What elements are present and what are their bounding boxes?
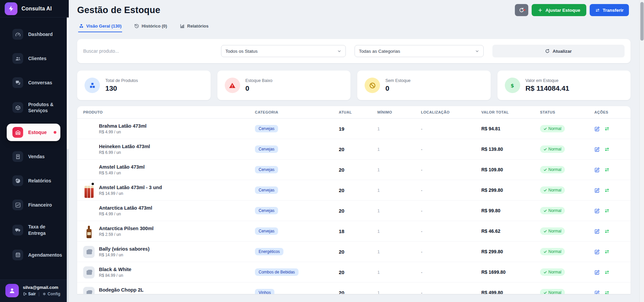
- tab[interactable]: Visão Geral (130): [78, 21, 122, 32]
- sidebar-nav: Dashboard Clientes Conversas: [0, 17, 69, 279]
- sidebar-item[interactable]: Clientes: [7, 50, 60, 67]
- edit-icon: [594, 126, 600, 132]
- total-value: R$ 94.81: [481, 126, 540, 131]
- product-price: R$ 6.99 / un: [99, 150, 150, 155]
- total-value: R$ 299.80: [481, 249, 540, 254]
- stat-card: Total de Produtos 130: [77, 71, 211, 100]
- page-scrollbar[interactable]: [639, 0, 644, 302]
- edit-button[interactable]: [594, 269, 600, 275]
- edit-icon: [594, 249, 600, 255]
- sidebar-item[interactable]: Financeiro: [7, 196, 60, 214]
- product-price: R$ 84.99 / un: [99, 273, 131, 278]
- stat-card: Valor em Estoque R$ 114084.41: [497, 71, 631, 100]
- product-price: R$ 4.99 / un: [99, 212, 152, 216]
- current-stock: 20: [339, 290, 377, 294]
- category-badge: Energéticos: [255, 248, 283, 255]
- row-transfer-button[interactable]: [604, 269, 610, 275]
- min-stock: 1: [377, 249, 421, 254]
- location: -: [421, 270, 481, 275]
- table-row: Heineken Latão 473ml R$ 6.99 / un Cervej…: [77, 139, 631, 160]
- check-icon: [543, 188, 547, 192]
- lightning-icon: [8, 5, 14, 12]
- min-stock: 1: [377, 290, 421, 294]
- row-transfer-button[interactable]: [604, 228, 610, 234]
- sidebar-item[interactable]: Taxa de Entrega: [7, 220, 60, 239]
- filter-bar: Todos os Status Todas as Categorias Atua…: [77, 39, 631, 63]
- product-price: R$ 2.59 / un: [99, 232, 154, 237]
- min-stock: 1: [377, 229, 421, 234]
- product-image: [83, 203, 95, 218]
- total-value: R$ 1699.80: [481, 269, 540, 275]
- edit-button[interactable]: [594, 208, 600, 214]
- row-transfer-button[interactable]: [604, 290, 610, 294]
- sidebar-item[interactable]: Estoque: [7, 124, 60, 141]
- product-name: Brahma Latão 473ml: [99, 123, 147, 129]
- update-button[interactable]: Atualizar: [492, 45, 625, 57]
- edit-icon: [594, 208, 600, 214]
- tab-icon: [180, 24, 185, 29]
- edit-button[interactable]: [594, 167, 600, 173]
- category-select[interactable]: Todas as Categorias: [355, 45, 484, 57]
- transfer-button[interactable]: Transferir: [590, 4, 629, 16]
- sidebar-item-icon: [12, 225, 23, 235]
- transfer-icon: [595, 8, 600, 13]
- product-name: Black & White: [99, 267, 131, 272]
- transfer-icon: [604, 228, 610, 234]
- location: -: [421, 126, 481, 131]
- check-icon: [543, 127, 547, 131]
- current-stock: 20: [339, 167, 377, 173]
- sidebar-item-label: Financeiro: [28, 202, 52, 208]
- search-input[interactable]: [83, 48, 212, 54]
- sidebar-item-icon: [12, 29, 23, 40]
- product-price: R$ 24.99 / un: [99, 294, 144, 294]
- product-image: [83, 182, 95, 198]
- edit-button[interactable]: [594, 187, 600, 193]
- row-transfer-button[interactable]: [604, 126, 610, 132]
- edit-button[interactable]: [594, 126, 600, 132]
- status-select[interactable]: Todos os Status: [221, 45, 346, 57]
- table-row: Antarctica Latão 473ml R$ 4.99 / un Cerv…: [77, 201, 631, 221]
- sidebar-item-label: Agendamentos: [28, 252, 62, 258]
- stat-icon: [85, 78, 100, 93]
- sidebar: Consulta AI Dashboard Clientes Con: [0, 0, 69, 302]
- tab[interactable]: Relatórios: [179, 21, 209, 32]
- table-row: Brahma Latão 473ml R$ 4.99 / un Cervejas…: [77, 119, 631, 139]
- row-transfer-button[interactable]: [604, 146, 610, 152]
- product-name: Antarctica Latão 473ml: [99, 205, 152, 211]
- refresh-button[interactable]: [515, 4, 528, 16]
- current-stock: 20: [339, 208, 377, 214]
- edit-button[interactable]: [594, 249, 600, 255]
- row-transfer-button[interactable]: [604, 208, 610, 214]
- product-name: Bally (vários sabores): [99, 246, 150, 252]
- location: -: [421, 188, 481, 193]
- status-badge: Normal: [540, 207, 565, 214]
- tab[interactable]: Histórico (0): [133, 21, 168, 32]
- category-badge: Combos de Bebidas: [255, 268, 299, 276]
- edit-button[interactable]: [594, 146, 600, 152]
- sidebar-item[interactable]: Conversas: [7, 74, 60, 91]
- sidebar-item[interactable]: Agendamentos: [7, 246, 60, 264]
- page-scrollbar-thumb[interactable]: [640, 2, 644, 41]
- row-transfer-button[interactable]: [604, 167, 610, 173]
- tab-icon: [79, 24, 84, 29]
- total-value: R$ 46.62: [481, 228, 540, 234]
- edit-button[interactable]: [594, 228, 600, 234]
- logout-link[interactable]: Sair: [23, 292, 36, 296]
- transfer-icon: [604, 269, 610, 275]
- sidebar-item[interactable]: Vendas: [7, 148, 60, 165]
- location: -: [421, 147, 481, 152]
- sidebar-item[interactable]: Dashboard: [7, 26, 60, 43]
- sidebar-item[interactable]: Relatórios: [7, 172, 60, 189]
- logout-icon: [23, 292, 27, 296]
- tab-bar: Visão Geral (130) Histórico (0) Relatóri…: [77, 21, 631, 32]
- config-link[interactable]: Config: [42, 292, 60, 296]
- row-transfer-button[interactable]: [604, 187, 610, 193]
- edit-icon: [594, 269, 600, 275]
- sidebar-item-icon: [12, 151, 23, 162]
- edit-button[interactable]: [594, 290, 600, 294]
- adjust-stock-button[interactable]: Ajustar Estoque: [532, 4, 586, 16]
- sidebar-item[interactable]: Produtos & Serviços: [7, 98, 60, 117]
- row-transfer-button[interactable]: [604, 249, 610, 255]
- transfer-icon: [604, 126, 610, 132]
- stat-card: Sem Estoque 0: [357, 71, 491, 100]
